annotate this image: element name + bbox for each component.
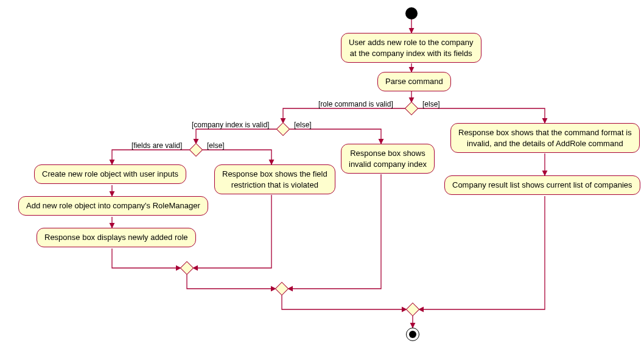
- action-response-field-violation: Response box shows the fieldrestriction …: [214, 164, 335, 194]
- action-response-invalid-index: Response box showsinvalid company index: [341, 144, 435, 174]
- action-company-result-list: Company result list shows current list o…: [444, 175, 640, 195]
- action-create-role-object: Create new role object with user inputs: [34, 164, 186, 184]
- node-text: Response box displays newly added role: [44, 233, 188, 242]
- action-response-invalid-format: Response box shows that the command form…: [450, 123, 640, 153]
- guard-label: [role command is valid]: [318, 100, 393, 108]
- node-text: User adds new role to the companyat the …: [349, 38, 474, 58]
- node-text: Response box shows that the command form…: [458, 128, 632, 148]
- end-node: [406, 328, 419, 341]
- action-parse-command: Parse command: [377, 72, 451, 91]
- node-text: Add new role object into company's RoleM…: [26, 201, 200, 210]
- action-add-role-object: Add new role object into company's RoleM…: [18, 196, 208, 216]
- node-text: Response box shows the fieldrestriction …: [222, 169, 327, 189]
- start-node: [405, 7, 418, 19]
- action-response-new-role: Response box displays newly added role: [37, 228, 196, 247]
- action-user-adds-role: User adds new role to the companyat the …: [341, 33, 481, 63]
- guard-label: [else]: [294, 121, 312, 129]
- node-text: Response box showsinvalid company index: [349, 149, 427, 169]
- guard-label: [else]: [207, 141, 225, 150]
- guard-label: [else]: [422, 100, 440, 108]
- node-text: Company result list shows current list o…: [452, 180, 632, 189]
- node-text: Parse command: [385, 77, 443, 86]
- guard-label: [company index is valid]: [192, 121, 269, 129]
- guard-label: [fields are valid]: [131, 141, 182, 150]
- node-text: Create new role object with user inputs: [42, 169, 178, 178]
